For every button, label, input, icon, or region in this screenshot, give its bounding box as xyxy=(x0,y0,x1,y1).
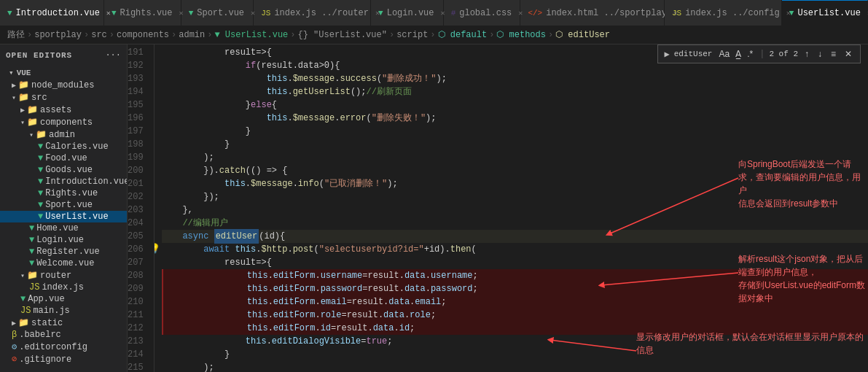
tree-label: admin xyxy=(49,130,75,140)
sw-sep: | xyxy=(759,49,765,59)
tab-index-router[interactable]: JS index.js ../router ✕ xyxy=(254,0,371,26)
tab-vue-icon: ▼ xyxy=(189,9,194,18)
tab-close-icon[interactable]: ✕ xyxy=(673,9,678,18)
next-match-button[interactable]: ↓ xyxy=(816,48,824,60)
open-editors-menu[interactable]: ··· xyxy=(105,50,121,61)
tree-label: Welcome.vue xyxy=(36,258,94,268)
editor: ▶ editUser Aa A̲ .* | 2 of 2 ↑ ↓ ≡ ✕ 191… xyxy=(128,44,868,372)
tree-item-babelrc[interactable]: β .babelrc xyxy=(0,329,127,341)
vue-file-icon: ▼ xyxy=(29,223,34,233)
tree-item-gitignore[interactable]: ⊘ .gitignore xyxy=(0,353,127,365)
code-line: ); xyxy=(162,361,868,372)
tree-item-assets[interactable]: ▶ 📁 assets xyxy=(0,104,127,116)
tree-item-index-js[interactable]: JS index.js xyxy=(0,282,127,293)
tab-index-html[interactable]: </> index.html ../sportplay ✕ xyxy=(520,0,665,26)
code-area[interactable]: result=>{ if(result.data>0){ this.$messa… xyxy=(155,44,868,372)
code-line: } xyxy=(162,125,868,138)
tab-close-icon[interactable]: ✕ xyxy=(518,9,523,18)
tree-item-app[interactable]: ▼ App.vue xyxy=(0,293,127,305)
tab-rights[interactable]: ▼ Rights.vue ✕ xyxy=(104,0,181,26)
tree-item-admin[interactable]: ▾ 📁 admin xyxy=(0,128,127,141)
match-word-button[interactable]: A̲ xyxy=(733,48,743,60)
code-line: } xyxy=(162,138,868,151)
tab-label: Sport.vue xyxy=(197,8,244,18)
sidebar-section-header[interactable]: ▾ VUE xyxy=(0,66,127,79)
tab-login[interactable]: ▼ Login.vue ✕ xyxy=(371,0,444,26)
code-line: //编辑用户 xyxy=(162,217,868,230)
tab-userlist[interactable]: ▼ UserList.vue ✕ xyxy=(782,0,868,26)
tab-introduction[interactable]: ▼ Introduction.vue ✕ xyxy=(0,0,104,26)
tab-label: index.html ../sportplay xyxy=(546,8,667,18)
tree-item-introduction[interactable]: ▼ Introduction.vue xyxy=(0,176,127,187)
vue-file-icon: ▼ xyxy=(38,165,43,175)
code-line: this.editDialogVisible=true; xyxy=(162,335,868,348)
tab-global-css[interactable]: # global.css ✕ xyxy=(444,0,521,26)
tab-close-icon[interactable]: ✕ xyxy=(786,9,791,18)
toggle-replace-button[interactable]: ≡ xyxy=(829,48,838,60)
tab-label: global.css xyxy=(459,8,512,18)
tree-label: static xyxy=(31,318,63,328)
tree-item-register[interactable]: ▼ Register.vue xyxy=(0,246,127,257)
chevron-down-icon: ▾ xyxy=(20,118,25,127)
tree-label: .editorconfig xyxy=(19,342,87,352)
code-line: }, xyxy=(162,204,868,217)
tab-bar: ▼ Introduction.vue ✕ ▼ Rights.vue ✕ ▼ Sp… xyxy=(0,0,868,26)
tab-index-config[interactable]: JS index.js ../config ✕ xyxy=(665,0,782,26)
tree-item-sport[interactable]: ▼ Sport.vue xyxy=(0,199,127,211)
folder-icon: 📁 xyxy=(27,104,38,115)
tab-vue-icon: ▼ xyxy=(112,9,117,18)
tree-item-router[interactable]: ▾ 📁 router xyxy=(0,269,127,282)
sidebar: OPEN EDITORS ··· ▾ VUE ▶ 📁 node_modules … xyxy=(0,44,128,372)
tree-item-editorconfig[interactable]: ⚙ .editorconfig xyxy=(0,341,127,353)
code-line: this.$message.success("删除成功！"); xyxy=(162,72,868,85)
search-expand-icon[interactable]: ▶ xyxy=(664,49,669,60)
tab-close-icon[interactable]: ✕ xyxy=(106,9,111,18)
tree-label: Goods.vue xyxy=(45,165,93,175)
search-count: 2 of 2 xyxy=(769,50,798,58)
tree-item-calories[interactable]: ▼ Calories.vue xyxy=(0,141,127,152)
tree-item-welcome[interactable]: ▼ Welcome.vue xyxy=(0,257,127,269)
vue-file-icon: ▼ xyxy=(29,235,34,245)
tab-close-icon[interactable]: ✕ xyxy=(251,9,255,18)
tab-js-icon: JS xyxy=(261,9,270,18)
tree-item-main-js[interactable]: JS main.js xyxy=(0,305,127,317)
tree-label: index.js xyxy=(42,282,84,292)
vue-file-icon: ▼ xyxy=(20,294,26,304)
prev-match-button[interactable]: ↑ xyxy=(802,48,811,60)
tab-sport[interactable]: ▼ Sport.vue ✕ xyxy=(181,0,254,26)
tab-close-icon[interactable]: ✕ xyxy=(441,9,445,18)
code-line-hl3: this.editForm.email=result.data.email; xyxy=(162,295,868,309)
folder-icon: 📁 xyxy=(18,92,29,103)
code-line-await: 💡 await this.$http.post("selectuserbyid?… xyxy=(162,243,868,256)
tree-item-home[interactable]: ▼ Home.vue xyxy=(0,222,127,234)
tree-item-food[interactable]: ▼ Food.vue xyxy=(0,152,127,164)
code-line-edituser: async editUser(id){ xyxy=(162,230,868,243)
folder-icon: 📁 xyxy=(36,129,47,140)
tree-item-static[interactable]: ▶ 📁 static xyxy=(0,317,127,329)
tree-item-src[interactable]: ▾ 📁 src xyxy=(0,91,127,104)
tree-item-node-modules[interactable]: ▶ 📁 node_modules xyxy=(0,79,127,91)
config-file-icon: ⊘ xyxy=(12,354,17,365)
js-file-icon: JS xyxy=(20,306,31,316)
tree-item-rights[interactable]: ▼ Rights.vue xyxy=(0,187,127,199)
vue-file-icon: ▼ xyxy=(38,153,43,163)
tab-label: UserList.vue xyxy=(797,8,860,18)
folder-icon: 📁 xyxy=(27,270,38,281)
tree-item-components[interactable]: ▾ 📁 components xyxy=(0,116,127,128)
close-search-button[interactable]: ✕ xyxy=(842,48,854,60)
regex-button[interactable]: .* xyxy=(745,48,755,60)
tree-label: App.vue xyxy=(28,294,64,304)
match-case-button[interactable]: Aa xyxy=(716,48,732,60)
tree-label: Register.vue xyxy=(36,247,99,257)
tree-item-login[interactable]: ▼ Login.vue xyxy=(0,234,127,246)
tab-close-icon[interactable]: ✕ xyxy=(179,9,184,18)
search-options: Aa A̲ .* xyxy=(716,48,755,60)
vue-file-icon: ▼ xyxy=(38,212,43,222)
folder-icon: 📁 xyxy=(27,117,38,128)
code-line-hl1: this.editForm.username=result.data.usern… xyxy=(162,269,868,282)
tree-item-userlist[interactable]: ▼ UserList.vue xyxy=(0,211,127,222)
tab-close-icon[interactable]: ✕ xyxy=(375,9,380,18)
tree-label: Introduction.vue xyxy=(45,177,128,187)
tree-item-goods[interactable]: ▼ Goods.vue xyxy=(0,164,127,176)
line-numbers: 191 192 193 194 195 196 197 198 199 200 … xyxy=(128,44,155,372)
